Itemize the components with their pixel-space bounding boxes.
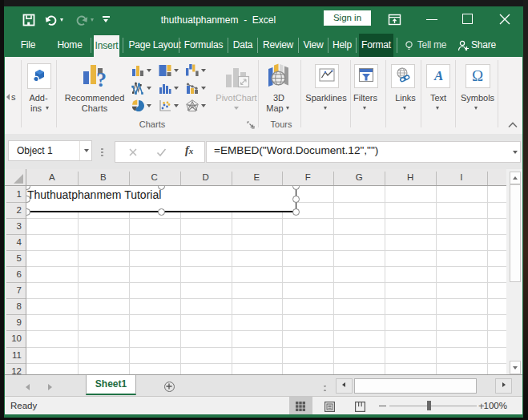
svg-text:A: A bbox=[433, 68, 443, 83]
svg-text:?: ? bbox=[96, 68, 107, 91]
svg-text:Ω: Ω bbox=[472, 67, 483, 84]
